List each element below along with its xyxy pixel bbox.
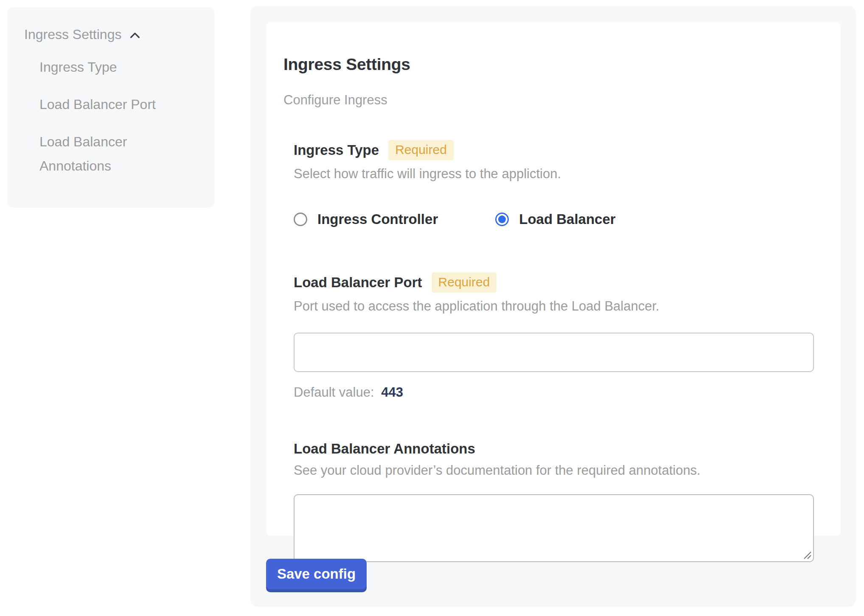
load-balancer-annotations-textarea[interactable] — [294, 494, 814, 562]
sidebar-item-list: Ingress Type Load Balancer Port Load Bal… — [39, 55, 197, 178]
section-load-balancer-port: Load Balancer Port Required Port used to… — [294, 272, 814, 400]
radio-unselected-icon[interactable] — [294, 213, 307, 226]
section-load-balancer-annotations: Load Balancer Annotations See your cloud… — [294, 441, 814, 562]
load-balancer-port-description: Port used to access the application thro… — [294, 299, 814, 314]
ingress-type-heading: Ingress Type — [294, 142, 379, 158]
radio-selected-icon[interactable] — [495, 213, 509, 226]
load-balancer-port-heading: Load Balancer Port — [294, 274, 422, 291]
page-subtitle: Configure Ingress — [283, 92, 824, 108]
radio-load-balancer[interactable]: Load Balancer — [495, 211, 615, 227]
annotations-textarea-wrap — [294, 494, 814, 562]
radio-ingress-controller-label: Ingress Controller — [317, 211, 438, 227]
default-value-row: Default value: 443 — [294, 385, 814, 400]
settings-panel: Ingress Settings Configure Ingress Ingre… — [250, 6, 856, 607]
default-value-label: Default value: — [294, 385, 374, 400]
radio-load-balancer-label: Load Balancer — [519, 211, 615, 227]
load-balancer-annotations-heading: Load Balancer Annotations — [294, 441, 475, 457]
load-balancer-annotations-description: See your cloud provider’s documentation … — [294, 463, 814, 478]
required-badge: Required — [388, 140, 454, 160]
radio-ingress-controller[interactable]: Ingress Controller — [294, 211, 438, 227]
ingress-settings-card: Ingress Settings Configure Ingress Ingre… — [266, 22, 841, 536]
ingress-type-description: Select how traffic will ingress to the a… — [294, 166, 814, 182]
sidebar-group-label: Ingress Settings — [24, 27, 121, 42]
required-badge: Required — [432, 272, 497, 293]
save-config-button[interactable]: Save config — [266, 559, 367, 589]
section-ingress-type: Ingress Type Required Select how traffic… — [294, 140, 814, 227]
default-value: 443 — [381, 385, 403, 400]
chevron-up-icon — [128, 29, 142, 42]
load-balancer-port-input[interactable] — [294, 333, 814, 372]
page-title: Ingress Settings — [283, 55, 824, 74]
ingress-type-radio-group: Ingress Controller Load Balancer — [294, 211, 814, 227]
sidebar-group-ingress-settings[interactable]: Ingress Settings — [24, 27, 197, 42]
config-nav-sidebar: Ingress Settings Ingress Type Load Balan… — [7, 7, 214, 207]
sidebar-item-load-balancer-port[interactable]: Load Balancer Port — [39, 92, 180, 117]
sidebar-item-load-balancer-annotations[interactable]: Load Balancer Annotations — [39, 130, 180, 178]
sidebar-item-ingress-type[interactable]: Ingress Type — [39, 55, 180, 79]
